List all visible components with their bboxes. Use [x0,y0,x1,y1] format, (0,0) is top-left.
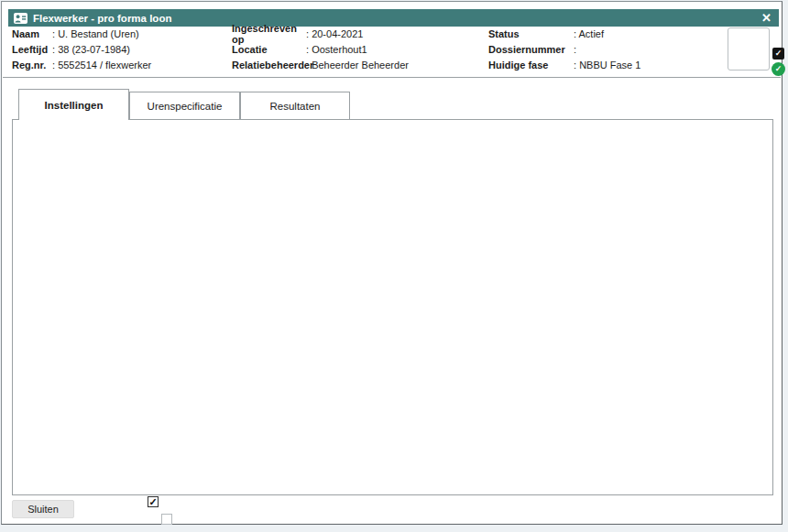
tab-urenspecificatie[interactable]: Urenspecificatie [129,92,240,120]
tab-content-panel [12,119,773,495]
header-column-registration: Ingeschreven op20-04-2021 LocatieOosterh… [232,26,409,72]
tab-resultaten[interactable]: Resultaten [240,92,350,120]
header-divider [3,77,781,78]
green-check-indicator: ✓ [772,62,785,76]
header-column-person: NaamU. Bestand (Uren) Leeftijd38 (23-07-… [12,26,151,72]
header-field-huidige-fase: Huidige faseNBBU Fase 1 [488,57,640,72]
studentenregeling-checkbox[interactable] [161,514,172,525]
deeltijdbaan-checkbox[interactable] [148,496,159,507]
header-field-dossiernummer: Dossiernummer [488,41,640,57]
header-field-regnr: Reg.nr.5552514 / flexwerker [12,57,151,72]
header-field-ingeschreven: Ingeschreven op20-04-2021 [232,26,409,41]
window-title: Flexwerker - pro forma loon [33,13,171,24]
flexwerker-card-icon [14,13,27,24]
titlebar: Flexwerker - pro forma loon ✕ [8,9,779,27]
header-field-naam: NaamU. Bestand (Uren) [12,26,151,41]
black-check-indicator: ✓ [772,48,784,60]
header-column-status: StatusActief Dossiernummer Huidige faseN… [488,26,640,72]
header-field-status: StatusActief [488,26,640,41]
header-field-relatiebeheerder: RelatiebeheerderBeheerder Beheerder [232,57,409,72]
photo-placeholder [728,27,770,71]
header-field-locatie: LocatieOosterhout1 [232,41,409,57]
tab-instellingen[interactable]: Instellingen [18,89,129,120]
header-field-leeftijd: Leeftijd38 (23-07-1984) [12,41,151,57]
sluiten-button[interactable]: Sluiten [12,500,74,518]
close-icon[interactable]: ✕ [760,12,773,24]
